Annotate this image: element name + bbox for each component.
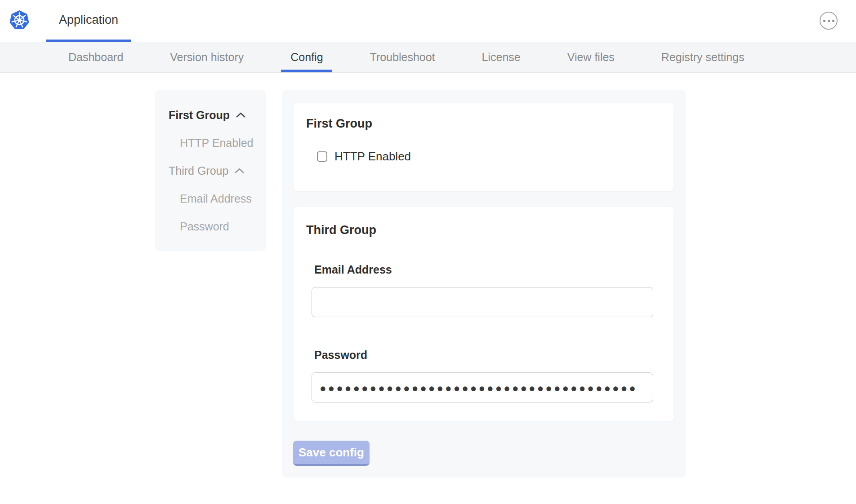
password-label: Password: [314, 349, 661, 362]
sidebar-item-label: HTTP Enabled: [180, 137, 254, 150]
app-nav-tabs: Dashboard Version history Config Trouble…: [0, 42, 856, 73]
tab-troubleshoot[interactable]: Troubleshoot: [347, 42, 459, 72]
sidebar-item-label: Password: [180, 220, 229, 233]
config-group-third-group: Third Group Email Address Password: [294, 207, 673, 421]
group-title: Third Group: [306, 223, 661, 237]
kubernetes-logo-icon: [9, 10, 30, 31]
http-enabled-label: HTTP Enabled: [334, 150, 411, 164]
tab-dashboard[interactable]: Dashboard: [45, 42, 147, 72]
sidebar-item-label: First Group: [169, 109, 230, 122]
sidebar-item-http-enabled[interactable]: HTTP Enabled: [155, 129, 266, 157]
tab-license[interactable]: License: [459, 42, 544, 72]
sidebar-item-label: Email Address: [180, 192, 252, 205]
top-header-bar: Application: [0, 0, 856, 42]
email-address-field[interactable]: [312, 287, 653, 317]
tab-registry-settings[interactable]: Registry settings: [638, 42, 768, 72]
sidebar-item-label: Third Group: [169, 164, 228, 177]
save-config-button[interactable]: Save config: [293, 441, 370, 466]
config-sidebar: First Group HTTP Enabled Third Group Ema…: [155, 90, 266, 251]
chevron-up-icon: [235, 168, 244, 173]
tab-view-files[interactable]: View files: [544, 42, 638, 72]
sidebar-item-first-group[interactable]: First Group: [155, 101, 266, 129]
chevron-up-icon: [236, 112, 245, 118]
password-field[interactable]: [312, 372, 653, 402]
tab-config[interactable]: Config: [267, 42, 346, 72]
tab-version-history[interactable]: Version history: [147, 42, 267, 72]
ellipsis-icon[interactable]: [820, 12, 838, 30]
email-address-label: Email Address: [314, 263, 661, 276]
sidebar-item-password[interactable]: Password: [155, 212, 266, 240]
sidebar-item-third-group[interactable]: Third Group: [155, 157, 266, 185]
http-enabled-field: HTTP Enabled: [317, 150, 661, 164]
group-title: First Group: [306, 117, 661, 131]
config-panel: First Group HTTP Enabled Third Group Ema…: [282, 90, 686, 477]
config-group-first-group: First Group HTTP Enabled: [294, 103, 673, 191]
app-tab-application[interactable]: Application: [46, 0, 131, 42]
sidebar-item-email-address[interactable]: Email Address: [155, 185, 266, 212]
http-enabled-checkbox[interactable]: [317, 151, 327, 162]
